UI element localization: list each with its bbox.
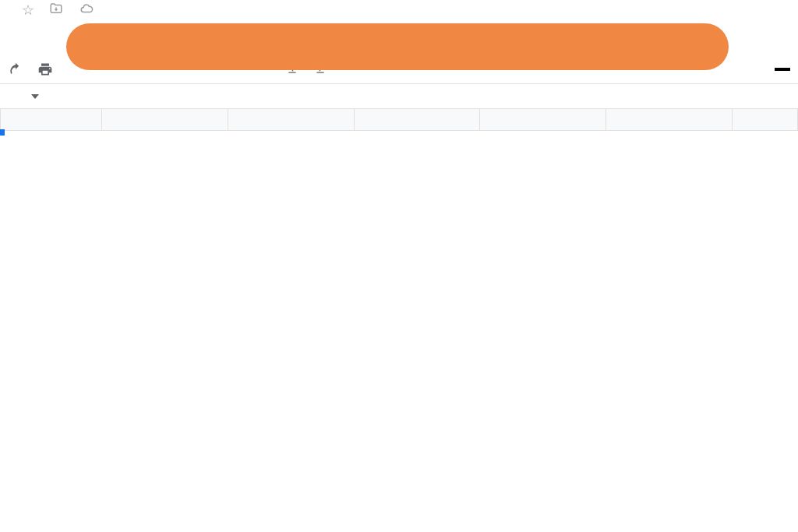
tutorial-overlay-banner — [66, 23, 729, 70]
column-header-D[interactable] — [355, 109, 481, 130]
formula-bar-row — [0, 84, 798, 109]
title-bar: ☆ — [0, 0, 798, 20]
column-header-G[interactable] — [733, 109, 798, 130]
column-header-B[interactable] — [102, 109, 228, 130]
print-icon[interactable] — [37, 62, 53, 77]
text-color-underline — [775, 68, 790, 71]
move-folder-icon[interactable] — [48, 2, 64, 19]
column-header-C[interactable] — [228, 109, 355, 130]
spreadsheet-grid — [0, 109, 798, 131]
column-header-A[interactable] — [1, 109, 102, 130]
column-headers — [0, 109, 798, 131]
undo-icon[interactable] — [8, 62, 23, 77]
column-header-F[interactable] — [606, 109, 733, 130]
star-icon[interactable]: ☆ — [22, 2, 34, 19]
cloud-status-icon[interactable] — [78, 2, 95, 19]
column-header-E[interactable] — [480, 109, 606, 130]
formula-input[interactable] — [66, 90, 798, 103]
text-color-button[interactable] — [775, 67, 790, 71]
name-box[interactable] — [0, 94, 47, 99]
active-cell-outline — [0, 131, 3, 134]
name-box-dropdown-icon — [31, 94, 39, 99]
